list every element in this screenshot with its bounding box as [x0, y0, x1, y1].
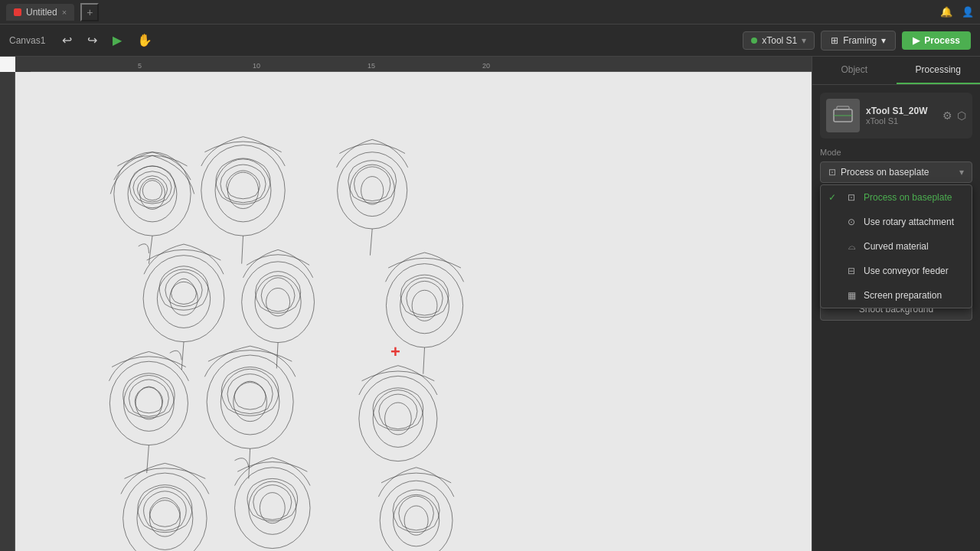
canvas-drawing-area[interactable]: .rose { fill: none; stroke: #222; stroke… [15, 72, 812, 551]
device-settings-icon[interactable]: ⚙ [942, 109, 952, 122]
dropdown-conveyor-icon: ⊟ [845, 265, 858, 277]
framing-icon: ⊞ [831, 35, 838, 46]
dropdown-item-baseplate[interactable]: ✓ ⊡ Process on baseplate [821, 185, 972, 210]
device-action-icons: ⚙ ⬡ [942, 109, 966, 122]
device-selector[interactable]: xTool S1 ▾ [743, 31, 815, 50]
svg-point-41 [380, 481, 452, 551]
panel-content: xTool S1_20W xTool S1 ⚙ ⬡ Mode ⊡ Process… [812, 85, 980, 551]
undo-button[interactable]: ↩ [57, 30, 77, 51]
account-icon[interactable]: 👤 [962, 6, 974, 18]
right-panel: Object Processing xTool S1_20W xTool S1 [812, 57, 980, 551]
dropdown-item-screen[interactable]: ▦ Screen preparation [821, 283, 972, 308]
dropdown-baseplate-icon: ⊡ [845, 191, 858, 204]
breadcrumb: Canvas1 [9, 35, 45, 46]
svg-point-0 [114, 152, 191, 236]
mode-dropdown-menu: ✓ ⊡ Process on baseplate ⊙ Use rotary at… [820, 184, 972, 308]
framing-arrow-icon: ▾ [881, 35, 886, 46]
tab-icon [14, 8, 21, 16]
device-info-icon[interactable]: ⬡ [957, 109, 966, 122]
dropdown-screen-icon: ▦ [845, 289, 858, 302]
toolbar-right-actions: ⊞ Framing ▾ ▶ Process [821, 31, 971, 51]
svg-point-2 [140, 178, 165, 209]
svg-line-37 [423, 347, 425, 374]
device-dropdown-icon: ▾ [802, 35, 806, 46]
svg-point-34 [386, 264, 462, 347]
dropdown-item-label-rotary: Use rotary attachment [864, 217, 954, 227]
ruler-vertical [0, 72, 15, 551]
svg-line-33 [370, 229, 372, 256]
tab-close-button[interactable]: × [62, 8, 67, 17]
svg-point-8 [143, 256, 224, 342]
device-card-name: xTool S1_20W [866, 106, 936, 116]
svg-point-27 [235, 468, 310, 549]
svg-point-35 [400, 278, 449, 334]
dropdown-item-label-screen: Screen preparation [864, 290, 942, 301]
mode-dropdown-icon: ⊡ [828, 167, 836, 178]
svg-point-17 [124, 375, 175, 431]
tab-title: Untitled [26, 7, 57, 18]
dropdown-item-label-conveyor: Use conveyor feeder [864, 266, 949, 276]
titlebar: Untitled × + 🔔 👤 [0, 0, 980, 24]
svg-point-1 [128, 166, 177, 222]
svg-point-12 [242, 262, 315, 343]
svg-point-40 [385, 403, 412, 435]
toolbar: Canvas1 ↩ ↪ ▶ ✋ xTool S1 ▾ ⊞ Framing ▾ ▶… [0, 24, 980, 57]
play-button[interactable]: ▶ [108, 30, 126, 51]
dropdown-item-rotary[interactable]: ⊙ Use rotary attachment [821, 210, 972, 234]
svg-point-43 [404, 506, 428, 535]
mode-dropdown-selected: Process on baseplate [841, 167, 929, 178]
dropdown-item-conveyor[interactable]: ⊟ Use conveyor feeder [821, 259, 972, 283]
device-info: xTool S1_20W xTool S1 [866, 106, 936, 126]
dropdown-check-icon: ✓ [828, 192, 839, 203]
device-card: xTool S1_20W xTool S1 ⚙ ⬡ [820, 93, 972, 139]
svg-line-3 [149, 236, 152, 263]
svg-line-7 [242, 236, 243, 263]
titlebar-icons: 🔔 👤 [940, 6, 974, 18]
mode-dropdown[interactable]: ⊡ Process on baseplate ▾ [820, 161, 972, 183]
svg-point-16 [109, 361, 188, 445]
svg-point-26 [149, 500, 180, 536]
process-button[interactable]: ▶ Process [902, 31, 971, 50]
canvas-crosshair: + [390, 344, 400, 360]
svg-point-30 [338, 152, 407, 229]
svg-point-5 [215, 159, 271, 222]
dropdown-rotary-icon: ⊙ [845, 216, 858, 228]
notification-icon[interactable]: 🔔 [940, 6, 952, 18]
svg-point-13 [255, 276, 301, 328]
process-label: Process [924, 35, 960, 46]
canvas-roses-svg: .rose { fill: none; stroke: #222; stroke… [54, 110, 551, 551]
active-tab[interactable]: Untitled × [6, 4, 74, 21]
svg-line-23 [249, 448, 250, 478]
mode-section-label: Mode [820, 148, 972, 157]
framing-button[interactable]: ⊞ Framing ▾ [821, 31, 896, 51]
process-icon: ▶ [913, 35, 920, 46]
svg-point-31 [350, 165, 394, 216]
device-card-model: xTool S1 [866, 116, 936, 126]
panel-tabs: Object Processing [812, 57, 980, 85]
device-status-dot [751, 37, 757, 44]
svg-point-4 [201, 145, 285, 236]
dropdown-item-label-baseplate: Process on baseplate [864, 192, 952, 203]
svg-point-6 [227, 172, 258, 208]
svg-point-32 [361, 177, 384, 204]
svg-point-28 [249, 481, 296, 534]
svg-point-21 [220, 369, 279, 435]
main-content: 5 10 15 20 .rose { fill: none; stroke: #… [0, 57, 980, 551]
svg-line-15 [276, 343, 278, 369]
mode-dropdown-container: ⊡ Process on baseplate ▾ ✓ ⊡ Process on … [820, 161, 972, 183]
svg-point-22 [234, 383, 267, 422]
svg-point-29 [260, 493, 285, 523]
dropdown-curved-icon: ⌓ [845, 240, 858, 253]
svg-point-9 [157, 269, 210, 328]
dropdown-item-curved[interactable]: ⌓ Curved material [821, 234, 972, 259]
ruler-horizontal: 5 10 15 20 [15, 57, 812, 72]
svg-point-38 [359, 376, 437, 461]
mode-dropdown-arrow: ▾ [959, 167, 964, 178]
redo-button[interactable]: ↪ [83, 30, 102, 51]
canvas-area[interactable]: 5 10 15 20 .rose { fill: none; stroke: #… [0, 57, 812, 551]
tab-object[interactable]: Object [812, 57, 897, 84]
framing-label: Framing [843, 35, 877, 46]
new-tab-button[interactable]: + [80, 3, 99, 21]
tab-processing[interactable]: Processing [897, 57, 981, 84]
grab-button[interactable]: ✋ [132, 30, 157, 51]
